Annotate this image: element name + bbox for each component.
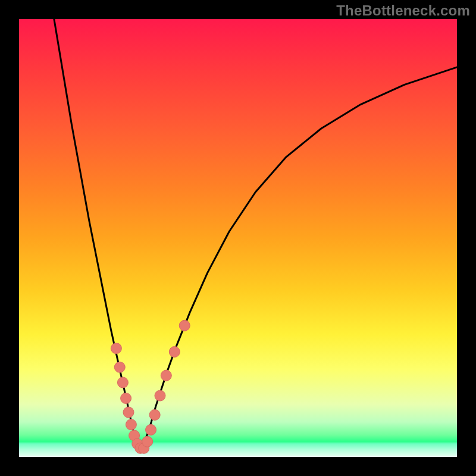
data-marker [114,362,125,372]
data-marker [169,346,180,357]
data-marker [146,424,156,435]
chart-svg [19,19,457,457]
chart-frame: TheBottleneck.com [0,0,476,476]
data-marker [121,393,131,403]
data-marker [155,390,165,401]
data-marker [117,377,128,388]
data-marker [142,436,153,447]
data-marker [179,320,190,331]
data-marker [111,343,121,353]
data-marker [126,419,136,430]
data-marker [149,409,160,420]
watermark-label: TheBottleneck.com [336,2,470,19]
bottleneck-curve [54,19,457,448]
plot-area [19,19,457,457]
data-marker [123,407,134,418]
data-marker [161,370,171,381]
